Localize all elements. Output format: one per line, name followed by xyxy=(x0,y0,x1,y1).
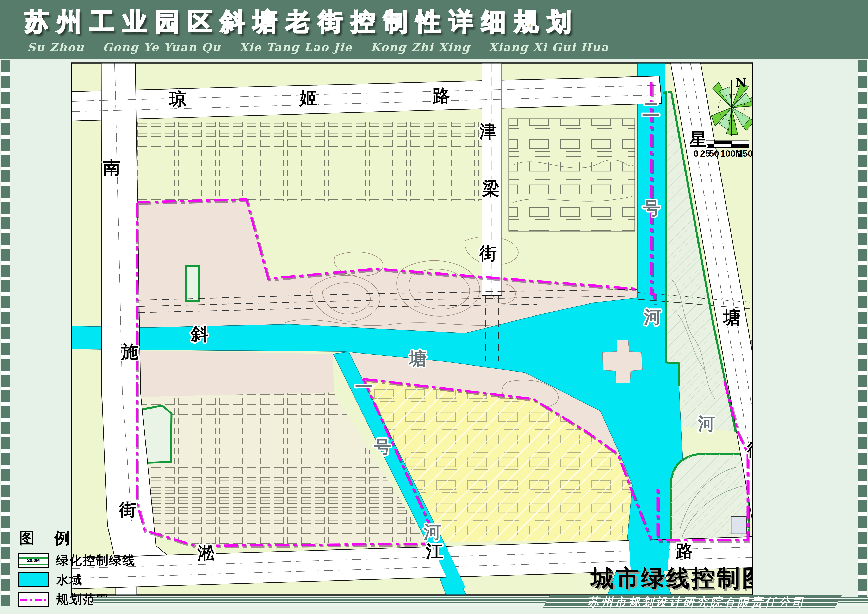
water-swatch xyxy=(18,572,49,587)
legend-label: 水域 xyxy=(56,572,83,588)
map-label: 路 xyxy=(432,85,450,106)
map-label: 江 xyxy=(426,541,443,561)
map-label: 塘 xyxy=(723,307,741,327)
scale-tick-label: 150M xyxy=(738,149,760,158)
map-label: 街 xyxy=(747,439,765,460)
company-name: 苏州市规划设计研究院有限责任公司 xyxy=(546,596,847,608)
walled-compound xyxy=(509,119,635,231)
scale-bar-labels: 02550100M150M xyxy=(694,149,760,158)
map-label: 街 xyxy=(119,499,136,520)
map-label: 二 xyxy=(642,99,660,119)
green-parcel-small xyxy=(186,266,199,301)
legend-item-green-line: 20.0M 绿化控制绿线 xyxy=(18,553,256,568)
map-label: 号 xyxy=(643,198,660,218)
legend-title: 图 例 xyxy=(19,527,256,549)
map-label: 斜 xyxy=(190,324,208,344)
map-label: 河 xyxy=(423,522,441,542)
map-canvas: N 02550100M150M 城市绿线控制图 城市绿线控制图 琼姬路南施街津梁… xyxy=(0,0,868,614)
map-label: 南 xyxy=(103,157,120,178)
map-label: 河 xyxy=(644,307,661,327)
map-title: 城市绿线控制图 xyxy=(590,564,767,591)
legend-item-water: 水域 xyxy=(18,572,256,588)
green-line-dimension: 20.0M xyxy=(27,558,40,563)
map-label: 号 xyxy=(374,436,391,457)
map-label: 施 xyxy=(121,341,138,362)
page: { "header": { "title": "苏州工业园区斜塘老街控制性详细规… xyxy=(0,0,868,614)
map-label: 梁 xyxy=(482,178,499,199)
map-label: 一 xyxy=(355,377,372,397)
map-label: 街 xyxy=(479,243,497,264)
map-label: 路 xyxy=(676,541,693,561)
legend-label: 绿化控制绿线 xyxy=(56,552,136,569)
residential-zone-north xyxy=(137,122,482,201)
north-label: N xyxy=(735,75,747,90)
park-building xyxy=(731,516,747,534)
map-label: 津 xyxy=(479,121,497,141)
scale-tick-label: 0 xyxy=(694,149,699,158)
map-label: 河 xyxy=(698,413,715,434)
green-line-swatch: 20.0M xyxy=(18,553,49,568)
map-label: 琼 xyxy=(169,89,186,109)
map-label: 星 xyxy=(689,129,707,149)
map-label: 塘 xyxy=(409,348,426,369)
scale-tick-label: 50 xyxy=(709,149,719,158)
scale-tick-label: 25 xyxy=(700,149,710,158)
map-label: 姬 xyxy=(299,88,317,108)
boundary-swatch xyxy=(18,592,49,607)
